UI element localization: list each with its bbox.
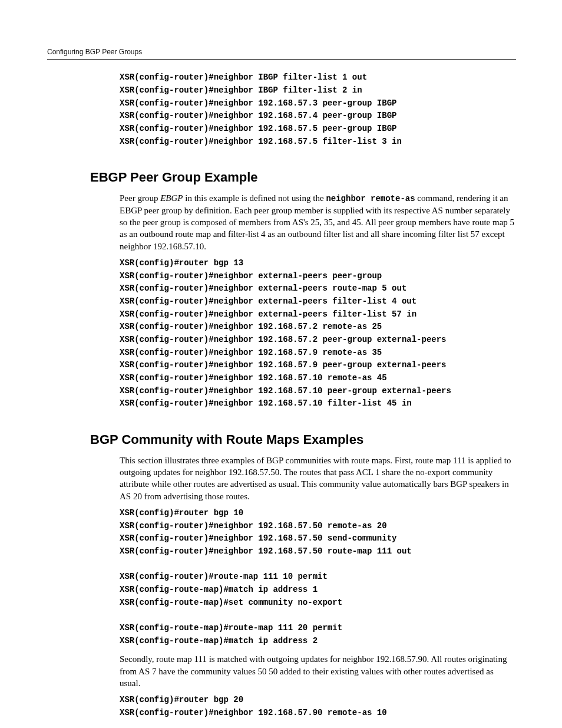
page-header: Configuring BGP Peer Groups <box>47 47 516 60</box>
text-lead: Peer group <box>120 193 160 203</box>
code-block-ebgp: XSR(config)#router bgp 13 XSR(config-rou… <box>120 257 516 410</box>
heading-bgp-community-route-maps: BGP Community with Route Maps Examples <box>90 431 516 449</box>
heading-ebgp-peer-group-example: EBGP Peer Group Example <box>90 169 516 186</box>
code-block-community-2: XSR(config)#router bgp 20 XSR(config-rou… <box>120 694 516 719</box>
text-mid1: in this example is defined not using the <box>183 193 326 203</box>
code-block-community-1: XSR(config)#router bgp 10 XSR(config-rou… <box>120 507 516 648</box>
text-ebgp-italic: EBGP <box>160 193 183 203</box>
header-title: Configuring BGP Peer Groups <box>47 48 142 56</box>
paragraph-community-intro: This section illustrates three examples … <box>120 454 516 502</box>
code-block-ibgp: XSR(config-router)#neighbor IBGP filter-… <box>120 71 516 148</box>
paragraph-community-second: Secondly, route map 111 is matched with … <box>120 653 516 689</box>
paragraph-ebgp-intro: Peer group EBGP in this example is defin… <box>120 192 516 252</box>
page: Configuring BGP Peer Groups XSR(config-r… <box>0 0 562 728</box>
cmd-neighbor-remote-as: neighbor remote-as <box>326 194 415 203</box>
